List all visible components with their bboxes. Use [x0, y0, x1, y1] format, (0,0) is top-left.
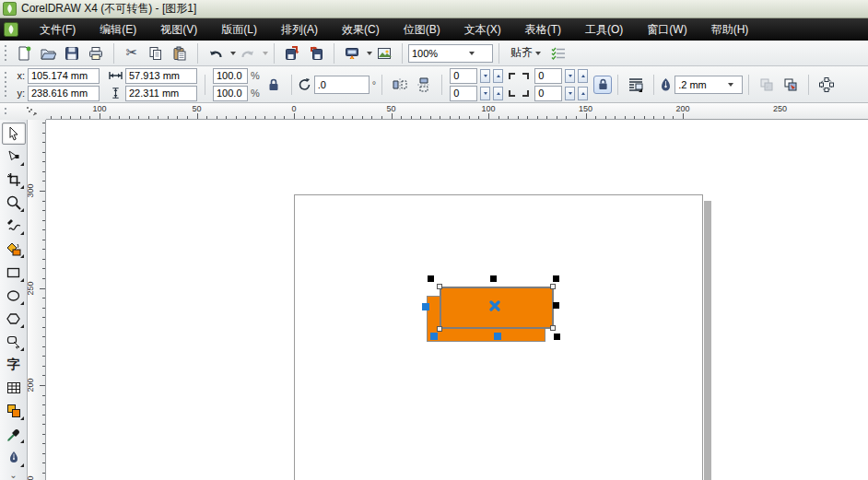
- polygon-tool[interactable]: [2, 308, 26, 330]
- selection-handle-top-left[interactable]: [428, 275, 434, 282]
- mirror-vertical-button[interactable]: [413, 74, 435, 96]
- corner-radius-top-left-input[interactable]: [450, 68, 477, 84]
- menu-window[interactable]: 窗口(W): [635, 18, 698, 41]
- import-button[interactable]: [281, 42, 303, 64]
- redo-dropdown-caret[interactable]: [263, 52, 268, 55]
- arrange-backward-button[interactable]: [780, 74, 802, 96]
- undo-dropdown-caret[interactable]: [230, 52, 236, 55]
- arrange-forward-button[interactable]: [756, 74, 778, 96]
- node-handle-bottom-right[interactable]: [550, 325, 556, 331]
- menu-tools[interactable]: 工具(O): [573, 18, 635, 41]
- document-menu-icon[interactable]: [4, 22, 18, 37]
- menu-help[interactable]: 帮助(H): [699, 18, 761, 41]
- paste-button[interactable]: [169, 42, 191, 64]
- application-launcher-button[interactable]: [341, 42, 363, 64]
- freehand-tool[interactable]: [2, 216, 26, 238]
- options-button[interactable]: [547, 42, 569, 64]
- menu-layout[interactable]: 版面(L): [209, 18, 269, 41]
- interactive-blend-tool[interactable]: [2, 401, 26, 423]
- corner-tr-spin-down[interactable]: [565, 69, 575, 83]
- mirror-horizontal-button[interactable]: [389, 74, 411, 96]
- corner-tl-spin-down[interactable]: [480, 69, 490, 83]
- corner-radius-bottom-left-input[interactable]: [450, 86, 477, 101]
- menu-arrange[interactable]: 排列(A): [269, 18, 330, 41]
- menu-edit[interactable]: 编辑(E): [88, 18, 148, 41]
- ruler-setup-icon[interactable]: [25, 105, 38, 118]
- node-handle-bottom-left[interactable]: [437, 326, 442, 332]
- selection-handle-middle-left-blue[interactable]: [422, 303, 429, 310]
- wrap-paragraph-text-button[interactable]: [625, 74, 647, 96]
- toolbox-scroll-indicator[interactable]: ⌄: [9, 470, 17, 480]
- undo-button[interactable]: [205, 42, 227, 64]
- selection-handle-middle-right[interactable]: [553, 302, 559, 309]
- zoom-level-combo[interactable]: [408, 44, 493, 63]
- scale-ratio-lock-button[interactable]: [263, 74, 285, 96]
- crop-tool[interactable]: [2, 169, 26, 191]
- zoom-combo-caret[interactable]: [465, 46, 477, 61]
- selection-handle-bottom-right[interactable]: [554, 334, 560, 340]
- corner-br-spin-down[interactable]: [565, 87, 575, 100]
- shape-tool[interactable]: [2, 146, 26, 168]
- outline-width-input[interactable]: [678, 79, 724, 90]
- object-center-x-marker[interactable]: [489, 300, 500, 311]
- convert-to-curves-button[interactable]: [815, 74, 838, 96]
- selection-handle-bottom-left-blue[interactable]: [430, 333, 438, 340]
- corner-br-spin-up[interactable]: [578, 87, 588, 100]
- corner-bl-spin-up[interactable]: [493, 87, 503, 100]
- menu-table[interactable]: 表格(T): [513, 18, 573, 41]
- menu-text[interactable]: 文本(X): [452, 18, 513, 41]
- rectangle-tool[interactable]: [2, 262, 26, 284]
- pick-tool[interactable]: [2, 123, 26, 145]
- smart-fill-tool[interactable]: [2, 239, 26, 261]
- menu-effects[interactable]: 效果(C): [330, 18, 392, 41]
- menu-file[interactable]: 文件(F): [28, 18, 88, 41]
- menu-view[interactable]: 视图(V): [148, 18, 209, 41]
- outline-width-combo[interactable]: [674, 76, 743, 94]
- welcome-screen-button[interactable]: [373, 42, 395, 64]
- object-height-input[interactable]: [125, 86, 197, 101]
- copy-button[interactable]: [145, 42, 167, 64]
- object-width-input[interactable]: [125, 68, 197, 84]
- outline-width-caret[interactable]: [724, 77, 736, 92]
- open-button[interactable]: [37, 42, 59, 64]
- toolbar-grip[interactable]: [3, 43, 9, 64]
- snap-to-button[interactable]: 贴齐: [506, 42, 545, 64]
- save-button[interactable]: [61, 42, 83, 64]
- table-tool[interactable]: [2, 378, 26, 400]
- drawing-canvas[interactable]: [46, 120, 868, 480]
- launcher-dropdown-caret[interactable]: [367, 52, 372, 55]
- cut-button[interactable]: ✂: [121, 42, 143, 64]
- vertical-ruler[interactable]: 300250200150: [28, 120, 46, 480]
- scale-horizontal-input[interactable]: [213, 68, 248, 84]
- menu-bitmaps[interactable]: 位图(B): [392, 18, 452, 41]
- print-button[interactable]: [85, 42, 107, 64]
- corner-tl-spin-up[interactable]: [493, 69, 503, 83]
- horizontal-ruler[interactable]: 10050050100150200250: [46, 103, 868, 120]
- round-corners-together-button[interactable]: [593, 76, 612, 94]
- zoom-tool[interactable]: [2, 193, 26, 215]
- corner-tr-spin-up[interactable]: [578, 69, 588, 83]
- node-handle-top-right[interactable]: [550, 284, 556, 289]
- property-bar-grip[interactable]: [3, 70, 9, 99]
- selection-handle-bottom-middle-blue[interactable]: [494, 333, 501, 340]
- text-tool[interactable]: 字: [2, 354, 26, 376]
- basic-shapes-tool[interactable]: [2, 331, 26, 353]
- corner-bl-spin-down[interactable]: [480, 87, 490, 100]
- corner-radius-bottom-right-input[interactable]: [534, 86, 562, 101]
- selection-handle-top-middle[interactable]: [490, 275, 497, 282]
- ellipse-tool[interactable]: [2, 285, 26, 307]
- new-document-button[interactable]: [13, 42, 35, 64]
- rotation-angle-input[interactable]: [314, 76, 369, 94]
- toolbox-grip[interactable]: [3, 106, 9, 117]
- selection-handle-top-right[interactable]: [553, 275, 559, 282]
- y-position-input[interactable]: [28, 86, 100, 101]
- redo-button[interactable]: [237, 42, 259, 64]
- zoom-level-input[interactable]: [412, 48, 465, 59]
- corner-radius-top-right-input[interactable]: [534, 68, 562, 84]
- export-button[interactable]: [305, 42, 327, 64]
- outline-pen-tool[interactable]: [2, 447, 26, 469]
- scale-vertical-input[interactable]: [213, 86, 248, 101]
- node-handle-top-left[interactable]: [437, 284, 442, 289]
- eyedropper-tool[interactable]: [2, 424, 26, 446]
- x-position-input[interactable]: [28, 68, 100, 84]
